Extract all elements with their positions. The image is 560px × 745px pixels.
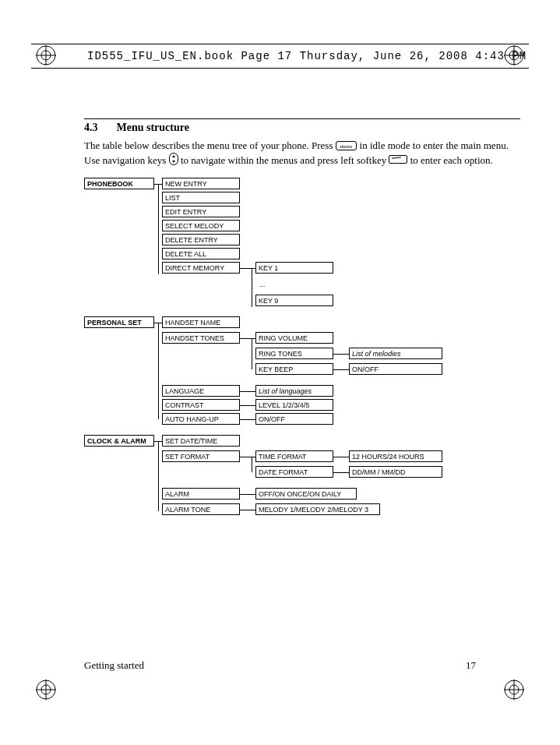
section-number: 4.3 [84,122,98,134]
menu-item: RING TONES [255,348,333,359]
menu-value: DD/MM / MM/DD [349,466,442,478]
menu-value: OFF/ON ONCE/ON DAILY [255,488,357,500]
crop-mark-icon [504,680,524,700]
menu-value: LEVEL 1/2/3/4/5 [255,399,333,411]
menu-item: KEY 1 [255,262,333,274]
section-heading: 4.3 Menu structure [84,118,520,134]
print-header: ID555_IFU_US_EN.book Page 17 Thursday, J… [31,44,529,69]
page-footer: Getting started 17 [84,659,476,672]
header-file-info: ID555_IFU_US_EN.book Page 17 Thursday, J… [87,50,527,62]
crop-mark-icon [36,680,56,700]
menu-item: DELETE ALL [162,248,240,260]
menu-item: NEW ENTRY [162,178,240,189]
menu-item: KEY BEEP [255,363,333,375]
root-personal-set: PERSONAL SET [84,316,154,328]
menu-item: ALARM [162,488,240,500]
page-number: 17 [466,659,476,672]
menu-item: KEY 9 [255,295,333,306]
nav-key-icon [169,153,178,165]
menu-item: ALARM TONE [162,503,240,515]
menu-item: SET DATE/TIME [162,435,240,447]
menu-item: CONTRAST [162,399,240,411]
menu-item: RING VOLUME [255,332,333,344]
root-clock-alarm: CLOCK & ALARM [84,435,154,447]
menu-item: DELETE ENTRY [162,234,240,245]
menu-item: LIST [162,192,240,203]
menu-item: SELECT MELODY [162,220,240,231]
menu-item: AUTO HANG-UP [162,413,240,425]
menu-key-icon: menu [336,141,357,150]
intro-paragraph: The table below describes the menu tree … [84,139,520,167]
menu-item: TIME FORMAT [255,450,333,462]
root-phonebook: PHONEBOOK [84,178,154,189]
menu-value: List of melodies [349,348,442,359]
menu-item: HANDSET NAME [162,316,240,328]
menu-item: HANDSET TONES [162,332,240,344]
menu-value: MELODY 1/MELODY 2/MELODY 3 [255,503,380,515]
menu-value: List of languages [255,385,333,397]
menu-item: DATE FORMAT [255,466,333,478]
menu-tree: PHONEBOOK NEW ENTRY LIST EDIT ENTRY SELE… [84,178,520,583]
menu-value: 12 HOURS/24 HOURS [349,450,442,462]
menu-item: LANGUAGE [162,385,240,397]
menu-value: ON/OFF [255,413,333,425]
section-title: Menu structure [117,122,189,134]
softkey-icon [389,155,407,164]
footer-section: Getting started [84,659,144,672]
ellipsis: ... [259,281,266,288]
menu-item: SET FORMAT [162,450,240,462]
menu-value: ON/OFF [349,363,442,375]
menu-item: EDIT ENTRY [162,206,240,217]
menu-item: DIRECT MEMORY [162,262,240,274]
